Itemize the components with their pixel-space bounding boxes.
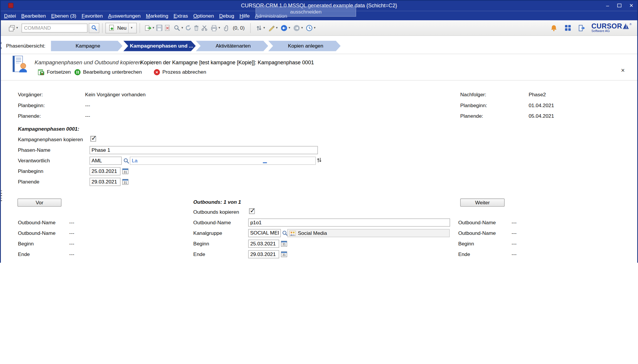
save-icon[interactable] bbox=[155, 24, 164, 32]
planbeginn-value: 01.04.2021 bbox=[528, 102, 554, 109]
outbound-name-value: --- bbox=[511, 220, 516, 226]
window-copy-caret-icon[interactable]: ▾ bbox=[16, 26, 18, 30]
process-book-icon bbox=[12, 55, 27, 72]
close-panel-icon[interactable]: × bbox=[621, 67, 625, 74]
command-search-button[interactable] bbox=[89, 23, 99, 33]
outbound-name-input[interactable] bbox=[248, 218, 450, 227]
sort-icon[interactable] bbox=[255, 24, 263, 32]
application-window: CURSOR-CRM 1.0 MSSQL generated example d… bbox=[0, 0, 638, 263]
notification-icon[interactable] bbox=[550, 24, 558, 32]
neu-button[interactable]: Neu ▾ bbox=[105, 23, 137, 33]
channel-group-icon bbox=[289, 230, 296, 236]
menu-item-marketing[interactable]: Marketing bbox=[146, 13, 168, 18]
planende-label: Planende: bbox=[18, 113, 41, 119]
calendar-icon[interactable]: 31 bbox=[122, 168, 129, 175]
refresh-icon[interactable] bbox=[184, 24, 193, 32]
apps-grid-icon[interactable] bbox=[564, 24, 572, 32]
planbeginn-input[interactable] bbox=[90, 167, 120, 176]
cut-icon[interactable] bbox=[201, 24, 209, 32]
command-input[interactable] bbox=[21, 23, 87, 32]
attachment-icon[interactable] bbox=[223, 24, 231, 32]
planende-input[interactable] bbox=[90, 178, 120, 186]
sort-updown-icon[interactable] bbox=[317, 157, 322, 163]
panel-expand-right-icon[interactable]: › bbox=[0, 45, 2, 50]
verantwortlich-link[interactable]: La bbox=[132, 158, 137, 164]
planende-label: Planende bbox=[18, 179, 39, 185]
kanalgruppe-label: Kanalgruppe bbox=[193, 230, 222, 236]
outbound-name-value: --- bbox=[511, 230, 516, 236]
beginn-value: --- bbox=[511, 241, 516, 247]
forward-caret-icon[interactable]: ▾ bbox=[301, 26, 303, 30]
svg-text:31: 31 bbox=[124, 181, 127, 184]
maximize-button[interactable] bbox=[617, 3, 621, 8]
ende-label: Ende bbox=[18, 252, 30, 258]
tab-aktivitaetenarten[interactable]: Aktivitätenarten bbox=[196, 41, 268, 51]
forward-icon[interactable] bbox=[293, 24, 301, 32]
menu-item-extras[interactable]: Extras bbox=[174, 13, 188, 18]
menu-item-auswertungen[interactable]: Auswertungen bbox=[108, 13, 141, 18]
trash-icon[interactable] bbox=[193, 24, 201, 32]
export-caret-icon[interactable]: ▾ bbox=[153, 26, 154, 30]
outbound-name-label: Outbound-Name bbox=[458, 220, 496, 226]
print-icon[interactable] bbox=[210, 24, 218, 32]
tab-kampagnenphasen[interactable]: Kampagnenphasen und ... bbox=[123, 41, 196, 51]
search-records-caret-icon[interactable]: ▾ bbox=[181, 26, 183, 30]
menu-item-datei[interactable]: Datei bbox=[4, 13, 16, 18]
history-caret-icon[interactable]: ▾ bbox=[314, 26, 316, 30]
logout-icon[interactable] bbox=[578, 24, 586, 32]
ende-label: Ende bbox=[193, 252, 205, 258]
splitter-grip[interactable] bbox=[1, 191, 2, 202]
menu-item-bearbeiten[interactable]: Bearbeiten bbox=[21, 13, 46, 18]
main-toolbar: ▾ Neu ▾ ▾ ▾ bbox=[0, 20, 638, 36]
phasen-name-input[interactable] bbox=[90, 146, 318, 154]
weiter-button[interactable]: Weiter bbox=[460, 198, 505, 207]
phase-copy-checkbox[interactable]: ✓ bbox=[90, 136, 96, 141]
history-icon[interactable] bbox=[305, 24, 314, 32]
calendar-icon[interactable]: 31 bbox=[122, 178, 129, 185]
outbound-name-value: --- bbox=[69, 230, 74, 236]
close-window-button[interactable]: × bbox=[629, 2, 633, 9]
tab-kampagne[interactable]: Kampagne bbox=[51, 41, 122, 51]
back-caret-icon[interactable]: ▾ bbox=[289, 26, 290, 30]
tab-kopien-anlegen[interactable]: Kopien anlegen bbox=[268, 41, 341, 51]
print-caret-icon[interactable]: ▾ bbox=[218, 26, 220, 30]
bearbeitung-unterbrechen-button[interactable]: Bearbeitung unterbrechen bbox=[75, 68, 142, 76]
menu-item-optionen[interactable]: Optionen bbox=[193, 13, 214, 18]
divider bbox=[0, 54, 638, 54]
fortsetzen-button[interactable]: Fortsetzen bbox=[38, 68, 71, 76]
menu-item-favoriten[interactable]: Favoriten bbox=[82, 13, 103, 18]
ende-input[interactable] bbox=[248, 250, 279, 258]
lookup-search-icon[interactable] bbox=[123, 158, 129, 164]
menu-item-debug[interactable]: Debug bbox=[219, 13, 234, 18]
sort-caret-icon[interactable]: ▾ bbox=[263, 26, 265, 30]
outbounds-copy-checkbox[interactable]: ✓ bbox=[249, 208, 255, 214]
panel-collapse-left-icon[interactable]: ‹ bbox=[0, 41, 2, 45]
kanalgruppe-display-text: Social Media bbox=[298, 230, 327, 236]
menu-item-hilfe[interactable]: Hilfe bbox=[240, 13, 250, 18]
edit-caret-icon[interactable]: ▾ bbox=[276, 26, 278, 30]
fading-tooltip-ausschneiden: ausschneiden bbox=[255, 6, 356, 17]
planende-value: 05.04.2021 bbox=[528, 113, 554, 119]
outbounds-section-title: Outbounds: 1 von 1 bbox=[193, 199, 241, 205]
verantwortlich-input[interactable] bbox=[90, 157, 122, 165]
vor-button[interactable]: Vor bbox=[18, 198, 62, 207]
delete-record-icon[interactable] bbox=[164, 24, 172, 32]
kanalgruppe-input[interactable] bbox=[248, 229, 281, 237]
beginn-input[interactable] bbox=[248, 240, 279, 248]
ende-value: --- bbox=[511, 252, 516, 258]
export-icon[interactable] bbox=[144, 24, 152, 32]
menu-item-ebenen[interactable]: Ebenen (3) bbox=[51, 13, 76, 18]
edit-icon[interactable] bbox=[267, 24, 276, 32]
verantwortlich-display-field[interactable] bbox=[130, 157, 316, 165]
calendar-icon[interactable]: 31 bbox=[281, 240, 287, 247]
neu-caret-icon[interactable]: ▾ bbox=[131, 26, 133, 30]
outbound-name-label: Outbound-Name bbox=[458, 230, 496, 236]
back-icon[interactable] bbox=[280, 24, 288, 32]
search-records-icon[interactable] bbox=[173, 24, 181, 32]
calendar-icon[interactable]: 31 bbox=[281, 251, 287, 258]
neu-button-label: Neu bbox=[117, 25, 127, 31]
window-copy-icon[interactable] bbox=[8, 24, 16, 32]
minimize-button[interactable]: – bbox=[606, 3, 609, 8]
toolbar-separator bbox=[139, 23, 140, 33]
prozess-abbrechen-button[interactable]: × Prozess abbrechen bbox=[154, 68, 206, 76]
